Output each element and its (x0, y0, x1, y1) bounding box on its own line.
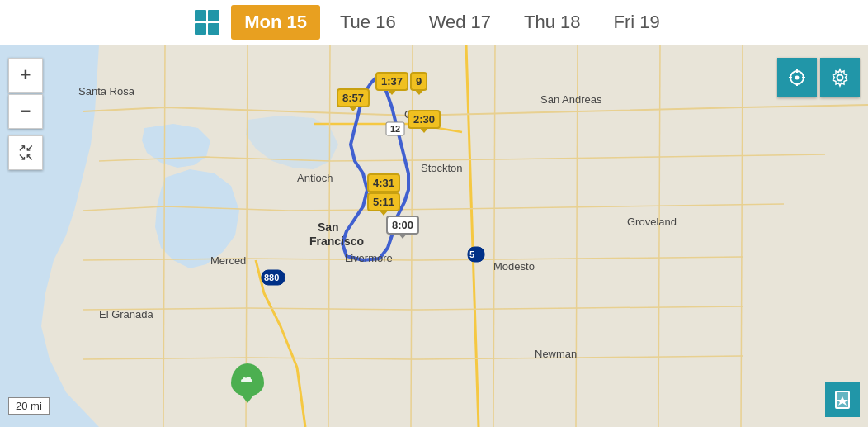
marker-time-4: 2:30 (413, 113, 435, 126)
cloud-icon (239, 374, 256, 386)
marker-time-6: 5:11 (373, 196, 394, 208)
marker-time-7: 8:00 (392, 219, 413, 231)
marker-time-5: 4:31 (373, 177, 394, 189)
day-tab-fri[interactable]: Fri 19 (601, 5, 673, 40)
route-marker-7[interactable]: 8:00 (386, 216, 419, 235)
svg-text:Newman: Newman (535, 348, 577, 360)
day-tab-tue[interactable]: Tue 16 (327, 5, 409, 40)
bookmark-button[interactable] (825, 382, 860, 417)
locate-button[interactable] (777, 58, 817, 97)
bookmark-icon (833, 391, 851, 409)
svg-text:Livermore: Livermore (345, 252, 393, 264)
header-bar: Mon 15 Tue 16 Wed 17 Thu 18 Fri 19 (0, 0, 868, 45)
route-marker-5[interactable]: 4:31 (367, 173, 400, 192)
route-marker-3[interactable]: 9 (410, 72, 427, 91)
day-tab-mon[interactable]: Mon 15 (231, 5, 320, 40)
svg-text:Groveland: Groveland (627, 216, 677, 228)
svg-text:5: 5 (469, 249, 474, 259)
zoom-controls: + − ↗↙ ↘↖ (8, 58, 43, 170)
svg-text:880: 880 (264, 273, 279, 282)
svg-text:Francisco: Francisco (309, 235, 364, 248)
map-background: Santa Rosa Galt San Andreas Antioch Stoc… (0, 45, 868, 427)
svg-text:Modesto: Modesto (493, 260, 535, 273)
grid-cell-2 (208, 10, 219, 21)
svg-text:Stockton: Stockton (421, 162, 463, 174)
marker-time-1: 1:37 (381, 75, 403, 88)
zoom-out-button[interactable]: − (8, 94, 43, 129)
route-marker-4[interactable]: 2:30 (408, 110, 441, 129)
settings-icon (830, 68, 850, 88)
svg-text:San Andreas: San Andreas (540, 93, 602, 106)
svg-text:Antioch: Antioch (297, 172, 333, 184)
map-controls-right (777, 58, 860, 97)
zoom-in-button[interactable]: + (8, 58, 43, 93)
settings-button[interactable] (820, 58, 860, 97)
expand-button[interactable]: ↗↙ ↘↖ (8, 135, 43, 170)
map-container[interactable]: Santa Rosa Galt San Andreas Antioch Stoc… (0, 45, 868, 427)
svg-point-27 (837, 75, 843, 81)
locate-icon (787, 68, 807, 88)
scale-bar: 20 mi (8, 397, 50, 415)
svg-text:San: San (318, 221, 339, 234)
svg-text:Merced: Merced (210, 254, 246, 267)
weather-marker[interactable] (231, 363, 264, 396)
svg-point-22 (795, 76, 800, 80)
grid-cell-3 (195, 23, 206, 35)
route-marker-2[interactable]: 8:57 (337, 88, 370, 107)
grid-cell-4 (208, 23, 219, 35)
marker-time-3: 9 (416, 75, 422, 88)
grid-icon[interactable] (195, 10, 219, 35)
day-tab-wed[interactable]: Wed 17 (416, 5, 504, 40)
scale-label: 20 mi (16, 400, 42, 412)
svg-text:Santa Rosa: Santa Rosa (78, 85, 135, 97)
day-tab-thu[interactable]: Thu 18 (511, 5, 594, 40)
route-marker-6[interactable]: 5:11 (367, 192, 400, 211)
grid-cell-1 (195, 10, 206, 21)
marker-time-2: 8:57 (342, 92, 364, 104)
svg-text:12: 12 (390, 124, 400, 134)
route-marker-1[interactable]: 1:37 (375, 72, 408, 91)
svg-text:El Granada: El Granada (99, 308, 154, 320)
